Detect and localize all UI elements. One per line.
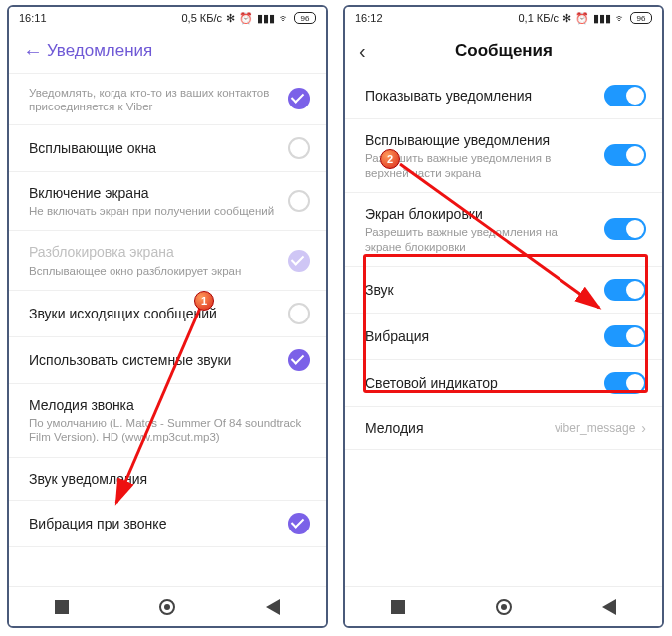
- row-unlock-screen[interactable]: Разблокировка экрана Всплывающее окно ра…: [9, 231, 326, 291]
- row-system-sounds[interactable]: Использовать системные звуки: [9, 337, 326, 384]
- radio-unchecked[interactable]: [288, 190, 310, 212]
- row-sound[interactable]: Звук: [345, 267, 662, 314]
- settings-list: Показывать уведомления Всплывающие уведо…: [345, 73, 662, 450]
- check-icon[interactable]: [288, 349, 310, 371]
- battery-icon: 96: [294, 12, 316, 24]
- bluetooth-icon: ✻: [226, 12, 235, 25]
- chevron-right-icon: ›: [641, 420, 646, 436]
- row-screen-on[interactable]: Включение экрана Не включать экран при п…: [9, 172, 326, 232]
- row-notification-sound[interactable]: Звук уведомления: [9, 458, 326, 501]
- android-navbar: [9, 586, 326, 626]
- signal-icon: ▮▮▮: [593, 12, 611, 25]
- wifi-icon: ᯤ: [279, 12, 290, 24]
- alarm-icon: ⏰: [575, 12, 589, 25]
- row-led-indicator[interactable]: Световой индикатор: [345, 360, 662, 407]
- status-icons: 0,1 КБ/с ✻ ⏰ ▮▮▮ ᯤ 96: [518, 12, 652, 25]
- bluetooth-icon: ✻: [562, 12, 571, 25]
- toggle-on[interactable]: [604, 144, 646, 166]
- status-bar: 16:12 0,1 КБ/с ✻ ⏰ ▮▮▮ ᯤ 96: [345, 7, 662, 29]
- signal-icon: ▮▮▮: [257, 12, 275, 25]
- melody-value: viber_message ›: [555, 420, 646, 436]
- alarm-icon: ⏰: [239, 12, 253, 25]
- radio-unchecked[interactable]: [288, 303, 310, 324]
- toggle-on[interactable]: [604, 279, 646, 301]
- toggle-on[interactable]: [604, 85, 646, 106]
- check-icon-disabled: [288, 250, 310, 272]
- nav-recents-icon[interactable]: [391, 600, 405, 614]
- settings-list: Уведомлять, когда кто-то из ваших контак…: [9, 73, 326, 547]
- row-vibrate-on-call[interactable]: Вибрация при звонке: [9, 501, 326, 547]
- annotation-badge-2: 2: [380, 149, 400, 169]
- status-time: 16:12: [355, 12, 383, 24]
- row-melody[interactable]: Мелодия viber_message ›: [345, 407, 662, 450]
- screenshot-left: 16:11 0,5 КБ/с ✻ ⏰ ▮▮▮ ᯤ 96 ← Уведомлени…: [7, 5, 328, 628]
- back-icon[interactable]: ←: [23, 40, 47, 63]
- nav-back-icon[interactable]: [266, 599, 280, 615]
- page-title: Сообщения: [383, 41, 624, 61]
- row-popup-windows[interactable]: Всплывающие окна: [9, 125, 326, 172]
- row-ringtone[interactable]: Мелодия звонка По умолчанию (L. Matos - …: [9, 384, 326, 458]
- toggle-on[interactable]: [604, 372, 646, 394]
- nav-home-icon[interactable]: [496, 599, 512, 615]
- check-icon[interactable]: [288, 513, 310, 534]
- row-lockscreen[interactable]: Экран блокировки Разрешить важные уведом…: [345, 193, 662, 267]
- toggle-on[interactable]: [604, 218, 646, 240]
- wifi-icon: ᯤ: [615, 12, 626, 24]
- app-header: ← Уведомления: [9, 29, 326, 73]
- android-navbar: [345, 586, 662, 626]
- toggle-on[interactable]: [604, 325, 646, 347]
- row-show-notifications[interactable]: Показывать уведомления: [345, 73, 662, 119]
- page-title: Уведомления: [47, 41, 312, 61]
- row-vibration[interactable]: Вибрация: [345, 314, 662, 360]
- status-time: 16:11: [19, 12, 47, 24]
- nav-home-icon[interactable]: [159, 599, 175, 615]
- nav-back-icon[interactable]: [602, 599, 616, 615]
- annotation-badge-1: 1: [194, 291, 214, 311]
- row-contacts-joined[interactable]: Уведомлять, когда кто-то из ваших контак…: [9, 73, 326, 125]
- battery-icon: 96: [630, 12, 652, 24]
- status-bar: 16:11 0,5 КБ/с ✻ ⏰ ▮▮▮ ᯤ 96: [9, 7, 326, 29]
- back-icon[interactable]: ‹: [359, 40, 383, 63]
- nav-recents-icon[interactable]: [55, 600, 69, 614]
- screenshot-right: 16:12 0,1 КБ/с ✻ ⏰ ▮▮▮ ᯤ 96 ‹ Сообщения …: [343, 5, 664, 628]
- check-icon[interactable]: [288, 88, 310, 109]
- app-header: ‹ Сообщения: [345, 29, 662, 73]
- status-icons: 0,5 КБ/с ✻ ⏰ ▮▮▮ ᯤ 96: [181, 12, 316, 25]
- radio-unchecked[interactable]: [288, 137, 310, 159]
- row-outgoing-sounds[interactable]: Звуки исходящих сообщений: [9, 291, 326, 337]
